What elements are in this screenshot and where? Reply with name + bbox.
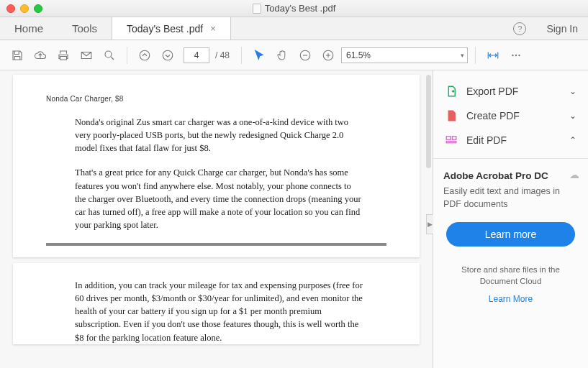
pdf-doc-icon (253, 4, 261, 14)
minimize-window-button[interactable] (20, 4, 29, 13)
main-area: Nonda Car Charger, $8 Nonda's original Z… (0, 70, 588, 368)
tool-label: Edit PDF (466, 134, 507, 146)
close-tab-icon[interactable]: × (210, 23, 216, 34)
arrow-down-circle-icon (161, 49, 174, 62)
selection-tool-button[interactable] (249, 45, 269, 65)
svg-rect-11 (453, 137, 456, 140)
create-pdf-icon (445, 109, 458, 122)
tab-bar: Home Tools Today's Best .pdf × ? Sign In (0, 17, 588, 40)
cursor-icon (253, 49, 266, 62)
arrow-up-circle-icon (138, 49, 151, 62)
save-icon (11, 49, 24, 62)
tool-create-pdf[interactable]: Create PDF ⌄ (436, 104, 585, 128)
sign-in-button[interactable]: Sign In (536, 17, 588, 40)
close-window-button[interactable] (6, 4, 15, 13)
print-button[interactable] (53, 45, 73, 65)
zoom-in-icon (322, 49, 335, 62)
ellipsis-icon (510, 49, 523, 62)
separator (241, 47, 242, 64)
email-button[interactable] (76, 45, 96, 65)
pdf-page: Nonda Car Charger, $8 Nonda's original Z… (13, 75, 420, 257)
page-number-input[interactable] (184, 47, 209, 63)
document-pane[interactable]: Nonda Car Charger, $8 Nonda's original Z… (0, 70, 433, 368)
search-button[interactable] (99, 45, 119, 65)
svg-point-5 (512, 54, 513, 55)
next-page-button[interactable] (158, 45, 178, 65)
svg-rect-10 (446, 142, 456, 143)
cloud-upload-button[interactable] (30, 45, 50, 65)
paragraph: Nonda's original Zus smart car charger w… (75, 116, 363, 155)
zoom-out-button[interactable] (295, 45, 315, 65)
learn-more-label: Learn more (485, 229, 537, 240)
learn-more-button[interactable]: Learn more (446, 222, 575, 247)
page-total-label: / 48 (215, 50, 230, 60)
hand-icon (276, 49, 289, 62)
svg-point-2 (163, 50, 173, 60)
prev-page-button[interactable] (135, 45, 155, 65)
export-pdf-icon (445, 85, 458, 98)
tools-sidebar: ▶ Export PDF ⌄ Create PDF ⌄ Edit PDF ⌃ ☁… (433, 70, 588, 368)
svg-point-6 (515, 54, 517, 55)
zoom-select[interactable] (341, 47, 468, 63)
traffic-lights (6, 4, 42, 13)
tab-tools[interactable]: Tools (58, 17, 112, 40)
chevron-down-icon: ⌄ (569, 111, 576, 121)
fit-width-icon (487, 49, 499, 62)
tab-tools-label: Tools (72, 22, 97, 34)
svg-point-0 (105, 51, 112, 58)
fit-width-button[interactable] (483, 45, 503, 65)
email-icon (80, 49, 93, 62)
toolbar: / 48 (0, 40, 588, 70)
save-button[interactable] (7, 45, 27, 65)
chevron-up-icon: ⌃ (569, 135, 576, 145)
tools-list: Export PDF ⌄ Create PDF ⌄ Edit PDF ⌃ (433, 70, 588, 159)
print-icon (57, 49, 70, 62)
more-tools-button[interactable] (506, 45, 526, 65)
tool-export-pdf[interactable]: Export PDF ⌄ (436, 79, 585, 104)
scrollbar-thumb[interactable] (426, 75, 431, 168)
window-title-text: Today's Best .pdf (265, 3, 336, 14)
cloud-footer-text: Store and share files in the Document Cl… (433, 254, 588, 290)
article-title: Nonda Car Charger, $8 (46, 95, 386, 103)
promo-title: Adobe Acrobat Pro DC (443, 170, 578, 181)
window-titlebar: Today's Best .pdf (0, 0, 588, 17)
promo-panel: ☁ Adobe Acrobat Pro DC Easily edit text … (433, 159, 588, 254)
promo-description: Easily edit text and images in PDF docum… (443, 185, 578, 211)
tool-label: Create PDF (466, 110, 520, 121)
hand-tool-button[interactable] (272, 45, 292, 65)
fullscreen-window-button[interactable] (34, 4, 42, 13)
tool-label: Export PDF (466, 86, 518, 97)
zoom-in-button[interactable] (318, 45, 338, 65)
tool-edit-pdf[interactable]: Edit PDF ⌃ (436, 128, 585, 152)
divider (46, 243, 386, 246)
window-title: Today's Best .pdf (0, 3, 588, 14)
tab-document[interactable]: Today's Best .pdf × (112, 17, 231, 40)
zoom-select-wrap (341, 47, 468, 63)
svg-rect-8 (451, 116, 454, 119)
learn-more-link-label: Learn More (489, 294, 533, 304)
tab-document-label: Today's Best .pdf (127, 23, 203, 34)
tab-home-label: Home (14, 22, 43, 34)
sign-in-label: Sign In (546, 23, 578, 34)
help-icon: ? (513, 22, 526, 35)
chevron-down-icon: ⌄ (569, 86, 576, 96)
separator (475, 47, 476, 64)
svg-point-1 (140, 50, 150, 60)
paragraph: That's a great price for any Quick Charg… (75, 166, 363, 231)
cloud-upload-icon (34, 49, 47, 62)
paragraph: In addition, you can track your mileage … (75, 279, 363, 344)
cloud-sync-icon: ☁ (569, 169, 579, 180)
edit-pdf-icon (445, 134, 458, 147)
zoom-out-icon (299, 49, 312, 62)
pdf-page: In addition, you can track your mileage … (13, 263, 420, 344)
svg-rect-9 (446, 137, 451, 140)
search-icon (103, 49, 116, 62)
separator (127, 47, 127, 64)
tab-home[interactable]: Home (0, 17, 58, 40)
svg-point-7 (518, 54, 520, 55)
help-button[interactable]: ? (503, 17, 536, 40)
learn-more-link[interactable]: Learn More (433, 290, 588, 308)
collapse-sidebar-button[interactable]: ▶ (426, 214, 433, 234)
